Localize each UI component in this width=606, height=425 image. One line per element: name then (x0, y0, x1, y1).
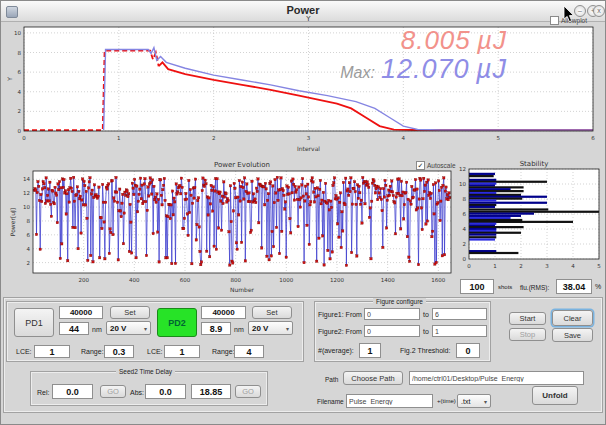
pd1-range-input[interactable] (104, 345, 134, 358)
svg-text:Power Evolution: Power Evolution (214, 161, 270, 169)
mouse-cursor-icon (563, 6, 577, 24)
fig1-from-input[interactable] (364, 308, 420, 320)
svg-text:4: 4 (402, 135, 406, 141)
pd1-range-label: Range: (81, 348, 104, 355)
pd1-voltage-dropdown[interactable]: 20 V▾ (106, 321, 151, 335)
abs-input[interactable] (145, 384, 186, 399)
shots-label: shots (498, 284, 512, 290)
current-energy-value: 8.005 µJ (340, 27, 507, 53)
svg-text:0: 0 (467, 263, 471, 269)
svg-text:14: 14 (23, 176, 30, 182)
svg-text:Stability: Stability (520, 160, 549, 168)
pd2-nm-label: nm (234, 326, 244, 333)
fig2-to-input[interactable] (432, 325, 487, 337)
time-suffix-label: +(time) (437, 398, 456, 404)
svg-text:5: 5 (597, 263, 601, 269)
svg-text:1000: 1000 (279, 277, 293, 283)
abs-position-input[interactable] (191, 384, 231, 399)
pd1-lce-input[interactable] (34, 345, 70, 358)
app-window: Power – + x Allowplot 01234560246810YInt… (0, 0, 606, 425)
svg-text:6: 6 (463, 211, 467, 217)
svg-text:3: 3 (545, 263, 549, 269)
svg-text:Power[uJ]: Power[uJ] (9, 208, 17, 236)
save-button[interactable]: Save (552, 328, 593, 342)
power-evolution-plot: 20040060080010001200140016002468101214Po… (7, 159, 459, 293)
svg-text:3: 3 (307, 135, 311, 141)
shots-input[interactable] (460, 279, 494, 294)
choose-path-button[interactable]: Choose Path (343, 371, 403, 385)
svg-text:1600: 1600 (431, 277, 445, 283)
start-button[interactable]: Start (509, 312, 546, 325)
pd2-gain-input[interactable] (201, 306, 246, 319)
svg-text:1200: 1200 (330, 277, 344, 283)
svg-text:6: 6 (18, 69, 22, 75)
svg-text:1: 1 (493, 263, 497, 269)
fig2-label: Figure2: From (318, 328, 362, 335)
threshold-input[interactable] (456, 343, 480, 358)
svg-text:4: 4 (463, 226, 467, 232)
rms-label: flu.(RMS): (520, 284, 549, 291)
pd2-lce-input[interactable] (164, 345, 200, 358)
abs-go-button[interactable]: GO (235, 385, 261, 398)
pd1-set-button[interactable]: Set (110, 306, 150, 319)
path-input[interactable] (409, 371, 584, 385)
fig2-from-input[interactable] (364, 325, 420, 337)
svg-text:10: 10 (14, 30, 21, 36)
svg-text:2: 2 (212, 135, 216, 141)
svg-text:0: 0 (22, 135, 26, 141)
autoscale-checkbox[interactable]: ✓ Autoscale (416, 161, 456, 170)
svg-text:8: 8 (18, 50, 22, 56)
pd1-wavelength-input[interactable] (59, 322, 89, 335)
average-input[interactable] (359, 343, 381, 358)
svg-text:2: 2 (519, 263, 523, 269)
fig1-to-input[interactable] (432, 308, 487, 320)
svg-text:4: 4 (18, 89, 22, 95)
pd2-wavelength-input[interactable] (201, 322, 231, 335)
average-label: #(average): (318, 347, 354, 354)
pd2-voltage-dropdown[interactable]: 20 V▾ (248, 321, 293, 335)
pd2-range-input[interactable] (234, 345, 264, 358)
threshold-label: Fig.2 Threshold: (400, 347, 450, 354)
rel-go-button[interactable]: GO (100, 385, 126, 398)
svg-text:Interval: Interval (297, 145, 320, 152)
seed2-title: Seed2 Time Delay (116, 368, 175, 375)
pd2-set-button[interactable]: Set (252, 306, 292, 319)
svg-text:4: 4 (27, 246, 31, 252)
svg-text:0: 0 (463, 256, 467, 262)
chevron-down-icon: ▾ (144, 325, 147, 332)
rel-input[interactable] (52, 384, 93, 399)
pd1-nm-label: nm (92, 326, 102, 333)
chevron-down-icon: ▾ (286, 325, 289, 332)
svg-text:12: 12 (459, 166, 466, 172)
svg-text:800: 800 (230, 277, 241, 283)
energy-trace-plot: 01234560246810YIntervalY (5, 13, 605, 161)
svg-text:2: 2 (18, 108, 22, 114)
svg-text:6: 6 (591, 135, 595, 141)
fig1-label: Figure1: From (318, 311, 362, 318)
pd2-range-label: Range: (212, 348, 235, 355)
filename-label: Filename (317, 398, 344, 405)
fig1-to-label: to (423, 311, 429, 318)
filename-input[interactable] (346, 394, 433, 408)
energy-readout: 8.005 µJ Max:12.070 µJ (340, 27, 507, 83)
pd1-lce-label: LCE: (16, 348, 32, 355)
svg-text:Y: Y (305, 15, 311, 23)
autoscale-label: Autoscale (427, 162, 456, 169)
pd2-button[interactable]: PD2 (157, 308, 197, 337)
svg-text:Y: Y (6, 77, 13, 82)
unfold-button[interactable]: Unfold (532, 386, 578, 405)
svg-text:10: 10 (23, 204, 30, 210)
svg-text:4: 4 (571, 263, 575, 269)
svg-text:600: 600 (180, 277, 191, 283)
svg-text:2: 2 (463, 241, 467, 247)
pd1-gain-input[interactable] (59, 306, 103, 319)
extension-dropdown[interactable]: .txt▾ (457, 394, 491, 408)
clear-button[interactable]: Clear (552, 310, 593, 326)
pd1-button[interactable]: PD1 (14, 308, 54, 337)
rms-input[interactable] (556, 279, 592, 294)
svg-text:12: 12 (23, 190, 30, 196)
path-label: Path (325, 376, 338, 383)
abs-label: Abs: (130, 389, 144, 396)
rel-label: Rel: (37, 389, 49, 396)
stop-button[interactable]: Stop (509, 328, 546, 341)
